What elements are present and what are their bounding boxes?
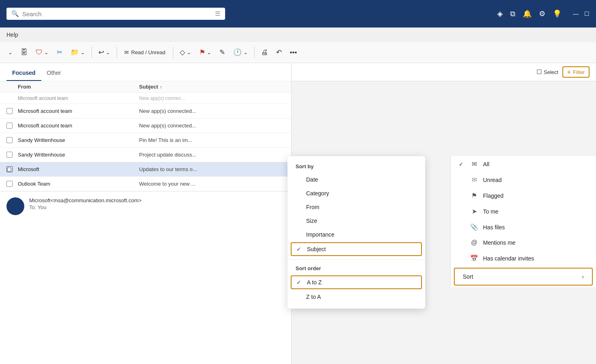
order-atoz-item[interactable]: ✓ A to Z (291, 275, 422, 289)
envelope-icon: ✉ (124, 49, 129, 55)
filter-lines-icon: ≡ (567, 69, 570, 75)
row-checkbox-2[interactable] (6, 137, 18, 143)
filter-label: Filter (573, 69, 585, 75)
lightbulb-icon[interactable]: 💡 (553, 9, 562, 18)
chevron-icon: ⌄ (8, 49, 13, 55)
table-row[interactable]: Sandy Writtenhouse Project update discus… (0, 148, 291, 162)
sort-dropdown: Sort by Date Category From Size Importan… (287, 156, 425, 309)
flag-btn[interactable]: ⚑ ⌄ (196, 46, 215, 59)
filter-button[interactable]: ≡ Filter (562, 66, 590, 78)
search-box[interactable]: 🔍 ☰ (6, 8, 225, 20)
preview-text: Microsoft<msa@communication.microsoft.co… (29, 197, 142, 210)
shield-btn[interactable]: 🛡 ⌄ (32, 47, 52, 59)
clock-btn[interactable]: 🕐 ⌄ (230, 46, 251, 59)
select-button[interactable]: ☐ Select (536, 68, 558, 76)
filter-all-label: All (483, 161, 490, 167)
search-icon: 🔍 (11, 10, 19, 17)
flagged-icon: ⚑ (470, 192, 478, 199)
clock-icon: 🕐 (233, 48, 242, 57)
sort-date-item[interactable]: Date (287, 173, 425, 186)
separator-1 (92, 47, 92, 58)
row-subject-3: Project update discuss... (139, 152, 285, 158)
check-subject: ✓ (296, 246, 303, 252)
table-row[interactable]: Microsoft account team New app(s) connec… (0, 119, 291, 133)
sort-footer-btn[interactable]: Sort › (454, 268, 593, 286)
tome-icon: ➤ (470, 207, 478, 215)
table-row[interactable]: Outlook Team Welcome to your new ... (0, 177, 291, 191)
pin-btn[interactable]: ✎ (216, 46, 228, 59)
filter-mentions-label: Mentions me (483, 239, 515, 246)
bell-icon[interactable]: 🔔 (523, 9, 532, 18)
row-checkbox-1[interactable] (6, 123, 18, 129)
filter-panel: ✓ ✉ All ✉ Unread ⚑ Flagged ➤ To me 📎 Has… (450, 156, 596, 287)
select-icon: ☐ (536, 68, 542, 76)
filter-tome-item[interactable]: ➤ To me (451, 203, 596, 219)
sort-subject-item[interactable]: ✓ Subject (291, 242, 422, 256)
reply-chevron-icon: ⌄ (106, 49, 110, 55)
row-checkbox-3[interactable] (6, 152, 18, 158)
filter-flagged-item[interactable]: ⚑ Flagged (451, 188, 596, 203)
filter-hasfiles-item[interactable]: 📎 Has files (451, 219, 596, 235)
select-label: Select (544, 69, 558, 75)
minimize-icon[interactable]: — (573, 11, 579, 17)
reply-btn[interactable]: ↩ ⌄ (95, 46, 113, 59)
row-from-0: Microsoft account team (18, 108, 139, 114)
read-unread-btn[interactable]: ✉ Read / Unread (120, 47, 170, 57)
filter-tome-label: To me (483, 208, 498, 215)
filter-all-item[interactable]: ✓ ✉ All (451, 156, 596, 172)
sort-footer-chevron-icon: › (582, 273, 584, 280)
search-input[interactable] (22, 11, 212, 17)
clipboard-icon[interactable]: ⧉ (510, 10, 515, 18)
sort-from-item[interactable]: From (287, 200, 425, 214)
tag-btn[interactable]: ◇ ⌄ (177, 46, 194, 59)
printer-icon: 🖨 (261, 49, 268, 57)
sort-importance-label: Importance (306, 231, 334, 238)
tag-chevron-icon: ⌄ (187, 49, 191, 55)
filter-lines-icon: ☰ (215, 10, 220, 17)
tab-other[interactable]: Other (41, 66, 67, 81)
row-checkbox-4[interactable]: ☐ (6, 166, 18, 172)
help-bar: Help (0, 28, 596, 42)
folder-btn[interactable]: 📁 ⌄ (67, 46, 88, 59)
title-bar: 🔍 ☰ ◈ ⧉ 🔔 ⚙ 💡 — ☐ (0, 0, 596, 28)
undo-icon: ↶ (276, 48, 282, 57)
calendar-icon: 📅 (470, 254, 478, 262)
order-ztoa-item[interactable]: Z to A (287, 290, 425, 304)
read-unread-label: Read / Unread (131, 49, 166, 55)
unread-envelope-icon: ✉ (470, 176, 478, 184)
undo-btn[interactable]: ↶ (273, 46, 285, 59)
tab-focused[interactable]: Focused (6, 66, 41, 81)
row-checkbox-5[interactable] (6, 181, 18, 187)
clock-chevron-icon: ⌄ (243, 49, 248, 55)
more-btn[interactable]: ••• (287, 47, 300, 59)
preview-from: Microsoft<msa@communication.microsoft.co… (29, 197, 142, 203)
folder-chevron-icon: ⌄ (81, 49, 85, 55)
filter-unread-label: Unread (483, 177, 502, 183)
table-row[interactable]: Sandy Writtenhouse Pin Me! This is an im… (0, 133, 291, 148)
cut-btn[interactable]: ✂ (53, 46, 66, 59)
avatar (6, 197, 24, 215)
filter-calendar-item[interactable]: 📅 Has calendar invites (451, 250, 596, 266)
chevron-down-btn[interactable]: ⌄ (5, 47, 16, 57)
tabs-row: Focused Other (0, 63, 291, 81)
toolbar: ⌄ 🗄 🛡 ⌄ ✂ 📁 ⌄ ↩ ⌄ ✉ Read / Unread ◇ ⌄ ⚑ … (0, 42, 596, 63)
filter-unread-item[interactable]: ✉ Unread (451, 172, 596, 188)
table-row[interactable]: ☐ Microsoft Updates to our terms o... (0, 162, 291, 177)
email-panel: Focused Other From Subject ↑ Microsoft a… (0, 63, 292, 364)
maximize-icon[interactable]: ☐ (584, 11, 590, 17)
sort-from-label: From (306, 204, 319, 210)
sort-arrow-icon: ↑ (160, 85, 162, 89)
gear-icon[interactable]: ⚙ (539, 9, 545, 18)
print-btn[interactable]: 🖨 (258, 47, 271, 59)
table-row[interactable]: Microsoft account team New app(s) connec… (0, 104, 291, 119)
row-subject-5: Welcome to your new ... (139, 181, 285, 187)
archive-icon: 🗄 (21, 49, 28, 57)
filter-mentions-item[interactable]: @ Mentions me (451, 235, 596, 250)
sort-importance-item[interactable]: Importance (287, 228, 425, 241)
sort-size-item[interactable]: Size (287, 214, 425, 228)
more-icon: ••• (290, 49, 297, 57)
archive-btn[interactable]: 🗄 (17, 47, 31, 59)
sort-category-item[interactable]: Category (287, 186, 425, 200)
diamond-icon[interactable]: ◈ (497, 9, 503, 18)
row-checkbox-0[interactable] (6, 108, 18, 114)
